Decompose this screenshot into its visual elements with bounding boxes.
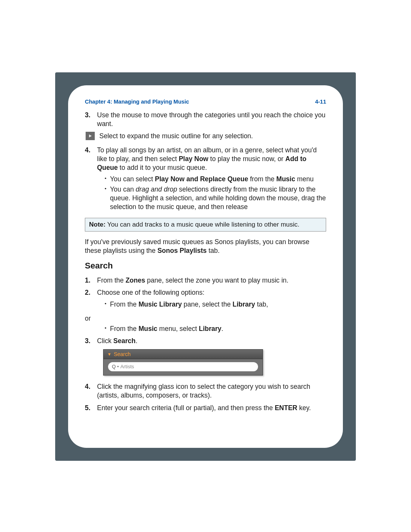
bullet-dot: •	[105, 300, 110, 309]
expand-hint-text: Select to expand the music outline for a…	[99, 132, 253, 141]
step-number: 3.	[85, 337, 97, 345]
bold: Play Now	[179, 155, 209, 163]
bullet-text: You can drag and drop selections directl…	[110, 185, 326, 211]
bullet-dot: •	[105, 175, 110, 184]
svg-marker-0	[89, 134, 92, 137]
note-box: Note: You can add tracks to a music queu…	[85, 218, 326, 232]
search-step-4: 4. Click the magnifying glass icon to se…	[85, 382, 326, 400]
document-page: Chapter 4: Managing and Playing Music 4-…	[68, 85, 343, 448]
step-body: Click Search.	[97, 337, 326, 345]
bullet-text: From the Music Library pane, select the …	[110, 300, 326, 309]
step-4: 4. To play all songs by an artist, on an…	[85, 146, 326, 212]
sub-bullets: • You can select Play Now and Replace Qu…	[97, 175, 326, 211]
expand-icon	[86, 132, 95, 140]
step-text: Use the mouse to move through the catego…	[97, 111, 326, 128]
or-divider: or	[85, 314, 326, 323]
search-panel-header: ▼ Search	[104, 350, 263, 359]
bullet-text: From the Music menu, select Library.	[110, 324, 326, 333]
bullet-dot: •	[105, 185, 110, 211]
triangle-down-icon: ▼	[107, 351, 112, 357]
search-step-2: 2. Choose one of the following options: …	[85, 288, 326, 310]
document-frame: Chapter 4: Managing and Playing Music 4-…	[55, 72, 356, 461]
note-text: You can add tracks to a music queue whil…	[105, 221, 299, 228]
search-step-3: 3. Click Search.	[85, 337, 326, 345]
text: to add it to your music queue.	[118, 164, 207, 171]
step-body: Choose one of the following options: • F…	[97, 288, 326, 310]
search-heading: Search	[85, 260, 326, 272]
step-number: 4.	[85, 382, 97, 400]
bullet-dot: •	[105, 324, 110, 333]
step-number: 4.	[85, 146, 97, 212]
playlists-paragraph: If you've previously saved music queues …	[85, 238, 326, 255]
bullet-text: You can select Play Now and Replace Queu…	[110, 175, 326, 184]
dropdown-icon[interactable]: ▾	[117, 365, 119, 369]
search-panel-body: Q▾ Artists	[104, 359, 263, 375]
step-body: Enter your search criteria (full or part…	[97, 404, 326, 412]
search-widget-screenshot: ▼ Search Q▾ Artists	[103, 349, 263, 375]
step-3: 3. Use the mouse to move through the cat…	[85, 111, 326, 128]
note-label: Note:	[89, 221, 105, 228]
page-header: Chapter 4: Managing and Playing Music 4-…	[85, 98, 326, 105]
option-1: • From the Music Library pane, select th…	[105, 300, 326, 309]
step-text: Click the magnifying glass icon to selec…	[97, 382, 326, 400]
search-step-1: 1. From the Zones pane, select the zone …	[85, 276, 326, 285]
step-body: From the Zones pane, select the zone you…	[97, 276, 326, 285]
page-number: 4-11	[315, 98, 326, 105]
search-placeholder: Artists	[120, 364, 134, 370]
search-panel-title: Search	[114, 351, 131, 358]
chapter-title: Chapter 4: Managing and Playing Music	[85, 98, 189, 105]
step-number: 3.	[85, 111, 97, 128]
option-2: • From the Music menu, select Library.	[105, 324, 326, 333]
search-input[interactable]: Q▾ Artists	[108, 362, 258, 371]
expand-hint-row: Select to expand the music outline for a…	[85, 132, 326, 141]
search-step-5: 5. Enter your search criteria (full or p…	[85, 404, 326, 412]
bullet-1: • You can select Play Now and Replace Qu…	[105, 175, 326, 184]
step-body: To play all songs by an artist, on an al…	[97, 146, 326, 212]
sub-bullets: • From the Music Library pane, select th…	[97, 300, 326, 309]
magnifying-glass-icon[interactable]: Q	[112, 364, 116, 370]
step-number: 2.	[85, 288, 97, 310]
text: to play the music now, or	[208, 155, 285, 163]
bullet-2: • You can drag and drop selections direc…	[105, 185, 326, 211]
search-step-2-cont: • From the Music menu, select Library.	[85, 324, 326, 335]
sub-bullets: • From the Music menu, select Library.	[97, 324, 326, 333]
step-number: 1.	[85, 276, 97, 285]
step-number: 5.	[85, 404, 97, 412]
